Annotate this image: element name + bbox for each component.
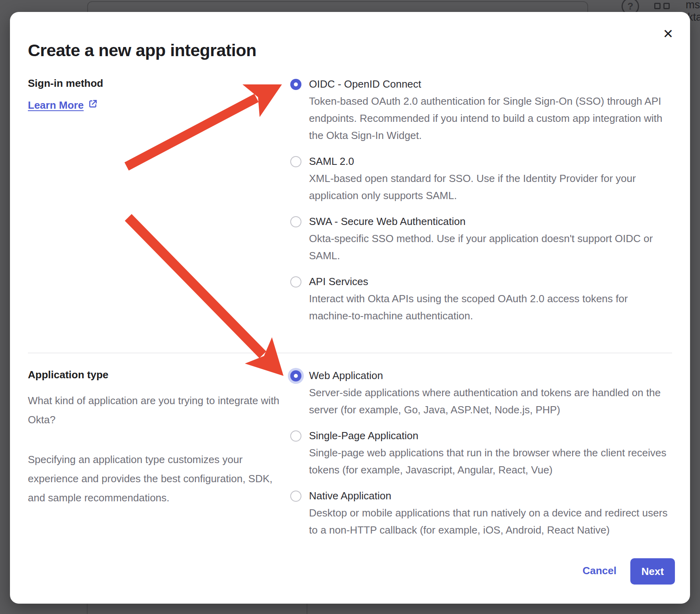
option-label[interactable]: SWA - Secure Web Authentication [309, 213, 671, 230]
option-oidc[interactable]: OIDC - OpenID Connect Token-based OAuth … [290, 76, 671, 144]
signin-method-heading: Sign-in method [28, 77, 103, 90]
background-sidebar-edge [87, 604, 88, 614]
account-text-line1: msh [686, 0, 700, 11]
option-spa[interactable]: Single-Page Application Single-page web … [290, 427, 671, 479]
option-label[interactable]: SAML 2.0 [309, 153, 671, 170]
next-button[interactable]: Next [630, 558, 675, 585]
option-label[interactable]: Native Application [309, 487, 671, 504]
application-type-intro: What kind of application are you trying … [28, 391, 285, 429]
background-content-divider [307, 604, 307, 614]
create-app-integration-dialog: ✕ Create a new app integration Sign-in m… [10, 12, 690, 604]
option-description: XML-based open standard for SSO. Use if … [309, 170, 671, 204]
close-icon: ✕ [663, 27, 674, 41]
cancel-button[interactable]: Cancel [583, 565, 616, 577]
option-swa[interactable]: SWA - Secure Web Authentication Okta-spe… [290, 213, 671, 264]
radio-oidc[interactable] [290, 79, 301, 90]
option-web-app[interactable]: Web Application Server-side applications… [290, 367, 671, 418]
option-label[interactable]: Single-Page Application [309, 427, 671, 444]
apptype-options-group: Web Application Server-side applications… [290, 367, 671, 548]
learn-more-label: Learn More [28, 99, 84, 111]
radio-api-services[interactable] [290, 276, 301, 287]
option-description: Okta-specific SSO method. Use if your ap… [309, 230, 671, 264]
dialog-title: Create a new app integration [28, 41, 256, 60]
option-api-services[interactable]: API Services Interact with Okta APIs usi… [290, 273, 671, 325]
option-description: Token-based OAuth 2.0 authentication for… [309, 93, 671, 144]
application-type-heading: Application type [28, 369, 108, 381]
option-label[interactable]: API Services [309, 273, 671, 290]
option-saml[interactable]: SAML 2.0 XML-based open standard for SSO… [290, 153, 671, 204]
option-description: Interact with Okta APIs using the scoped… [309, 290, 671, 325]
option-label[interactable]: OIDC - OpenID Connect [309, 76, 671, 93]
radio-swa[interactable] [290, 216, 301, 227]
option-description: Single-page web applications that run in… [309, 444, 671, 479]
signin-options-group: OIDC - OpenID Connect Token-based OAuth … [290, 76, 671, 333]
close-button[interactable]: ✕ [659, 25, 677, 43]
radio-spa[interactable] [290, 430, 301, 442]
option-description: Server-side applications where authentic… [309, 384, 671, 418]
option-label[interactable]: Web Application [309, 367, 671, 384]
screen: ? msh kta ✕ Create a new app integration… [0, 0, 700, 614]
option-description: Desktop or mobile applications that run … [309, 504, 671, 539]
radio-saml[interactable] [290, 156, 301, 167]
section-divider [28, 353, 672, 353]
external-link-icon [88, 99, 98, 112]
option-native-app[interactable]: Native Application Desktop or mobile app… [290, 487, 671, 539]
radio-native-app[interactable] [290, 491, 301, 502]
application-type-note: Specifying an application type customize… [28, 450, 285, 507]
learn-more-link[interactable]: Learn More [28, 99, 98, 112]
app-switcher-icon [654, 3, 670, 9]
radio-web-app[interactable] [290, 370, 301, 381]
